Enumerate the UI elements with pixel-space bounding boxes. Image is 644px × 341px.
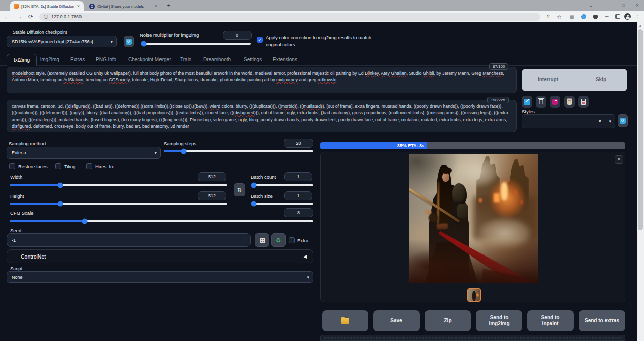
color-correction-checkbox[interactable]: ✓ <box>257 37 263 43</box>
refresh-checkpoint-button[interactable]: ⟳ <box>124 36 134 47</box>
height-slider[interactable] <box>10 203 227 205</box>
controlnet-accordion[interactable]: ControlNet ◀ <box>7 249 313 263</box>
window-minimize[interactable]: — <box>600 0 615 11</box>
noise-multiplier-slider[interactable] <box>141 43 251 45</box>
extra-seed-checkbox[interactable] <box>289 237 295 243</box>
scrollbar-thumb[interactable] <box>638 29 643 230</box>
zip-button[interactable]: Zip <box>425 310 471 331</box>
profile-avatar[interactable] <box>623 11 631 22</box>
bookmark-star-icon[interactable]: ☆ <box>555 11 564 22</box>
noise-multiplier-label: Noise multiplier for img2img <box>140 32 199 38</box>
folder-icon <box>341 318 349 324</box>
back-icon[interactable]: ← <box>4 11 10 22</box>
batch-size-input[interactable]: 1 <box>284 191 312 200</box>
recycle-icon: ♻ <box>276 237 281 243</box>
hires-fix-checkbox[interactable] <box>86 163 92 169</box>
batch-count-input[interactable]: 1 <box>284 172 312 181</box>
side-panel-icon[interactable] <box>614 11 622 22</box>
prompt-textarea[interactable]: modelshoot style, (extremely detailed CG… <box>7 67 517 93</box>
reload-icon[interactable]: ⟳ <box>28 11 33 22</box>
stable-diffusion-webui: Stable Diffusion checkpoint SD15NewVAEpr… <box>0 22 644 341</box>
width-input[interactable]: 512 <box>198 172 226 181</box>
page-scrollbar[interactable]: ▲ <box>637 22 644 341</box>
width-label: Width <box>10 174 22 180</box>
refresh-styles-button[interactable]: ⟳ <box>618 114 628 127</box>
generation-info-box <box>320 335 625 341</box>
gallery-thumbnail[interactable] <box>467 288 481 302</box>
send-to-extras-button[interactable]: Send to extras <box>579 310 625 331</box>
forward-icon[interactable]: → <box>16 11 22 22</box>
tab-close-icon[interactable]: × <box>77 4 80 9</box>
negative-prompt-textarea[interactable]: canvas frame, cartoon, 3d, ((disfigured)… <box>7 100 517 132</box>
tiling-checkbox[interactable] <box>55 163 61 169</box>
close-image-button[interactable]: ✕ <box>615 155 623 164</box>
checkpoint-label: Stable Diffusion checkpoint <box>13 30 67 35</box>
sampling-steps-input[interactable]: 20 <box>284 139 313 148</box>
batch-count-slider[interactable] <box>251 184 313 186</box>
width-slider[interactable] <box>10 184 227 186</box>
cfg-scale-label: CFG Scale <box>10 210 33 216</box>
interrupt-button[interactable]: Interrupt <box>522 69 575 91</box>
open-folder-button[interactable] <box>322 310 368 331</box>
swap-dimensions-button[interactable]: ⇅ <box>234 183 245 196</box>
tab-extras[interactable]: Extras <box>70 57 85 62</box>
site-info-icon[interactable]: ⓘ <box>44 13 48 21</box>
tab-settings[interactable]: Settings <box>244 57 262 62</box>
tab-title: [35% ETA: 3s] Stable Diffusion <box>21 4 74 9</box>
window-close[interactable]: × <box>630 0 644 11</box>
batch-size-slider[interactable] <box>251 203 313 205</box>
send-to-inpaint-button[interactable]: Send to inpaint <box>527 310 574 331</box>
window-maximize[interactable]: □ <box>616 0 631 11</box>
cfg-scale-input[interactable]: 8 <box>284 208 313 217</box>
url-text: 127.0.0.1:7860 <box>51 13 82 21</box>
browser-tab-civitai[interactable]: C Civitai | Share your models × <box>86 1 161 11</box>
chevron-down-icon: ▾ <box>154 150 157 155</box>
clear-prompt-button[interactable] <box>536 96 546 108</box>
extension-pin-icon[interactable] <box>591 11 599 22</box>
tab-checkpoint-merger[interactable]: Checkpoint Merger <box>128 57 171 62</box>
apply-style-button[interactable] <box>564 96 575 108</box>
tab-dreambooth[interactable]: Dreambooth <box>203 57 231 62</box>
browser-tab-stable-diffusion[interactable]: [35% ETA: 3s] Stable Diffusion × <box>10 1 84 11</box>
skip-button[interactable]: Skip <box>575 69 627 91</box>
prompt-token-counter: 87/150 <box>489 63 508 70</box>
styles-dropdown[interactable]: ✕ ▾ <box>522 114 615 128</box>
save-button[interactable]: Save <box>373 310 420 331</box>
stable-diffusion-favicon <box>14 4 19 9</box>
tab-txt2img[interactable]: txt2img <box>7 54 37 66</box>
tab-close-icon[interactable]: × <box>155 4 157 9</box>
extra-networks-button[interactable] <box>550 96 560 108</box>
tab-extensions[interactable]: Extensions <box>273 57 297 62</box>
styles-label: Styles <box>522 109 535 114</box>
sampling-method-dropdown[interactable]: Euler a ▾ <box>7 147 161 159</box>
save-style-button[interactable] <box>578 96 589 108</box>
generated-image[interactable] <box>409 154 538 283</box>
restore-faces-checkbox[interactable] <box>9 163 15 169</box>
send-to-img2img-button[interactable]: Send to img2img <box>476 310 522 331</box>
cfg-scale-slider[interactable] <box>10 220 313 222</box>
tab-img2img[interactable]: img2img <box>40 57 59 62</box>
share-icon[interactable]: ⇧ <box>544 11 552 22</box>
random-seed-button[interactable] <box>255 233 269 247</box>
negative-token-counter: 198/225 <box>487 97 509 103</box>
clear-styles-icon[interactable]: ✕ <box>598 119 602 124</box>
extension-grid-icon[interactable]: ▦ <box>568 11 576 22</box>
reuse-seed-button[interactable]: ♻ <box>271 233 286 247</box>
tab-png-info[interactable]: PNG Info <box>96 57 116 62</box>
script-dropdown[interactable]: None ▾ <box>7 271 313 283</box>
sampling-steps-slider[interactable] <box>164 150 313 152</box>
scrollbar-up-arrow[interactable]: ▲ <box>638 24 642 28</box>
height-input[interactable]: 512 <box>198 191 226 200</box>
checkpoint-dropdown[interactable]: SD15NewVAEpruned.ckpt [27a4ac756c] ▾ <box>7 36 117 47</box>
noise-multiplier-input[interactable]: 0 <box>223 31 252 40</box>
reading-list-icon[interactable]: ☰ <box>603 11 611 22</box>
tab-train[interactable]: Train <box>180 57 191 62</box>
new-tab-button[interactable]: + <box>164 0 174 11</box>
window-menu-chevron[interactable]: ⌄ <box>584 0 599 11</box>
paste-params-button[interactable] <box>522 96 532 108</box>
browser-menu-icon[interactable]: ⋮ <box>634 11 642 22</box>
progress-text: 35% ETA: 3s <box>320 142 424 149</box>
seed-input[interactable]: -1 <box>7 233 251 247</box>
address-bar[interactable]: ⓘ 127.0.0.1:7860 <box>39 13 540 21</box>
extension-blue-icon[interactable] <box>580 11 588 22</box>
